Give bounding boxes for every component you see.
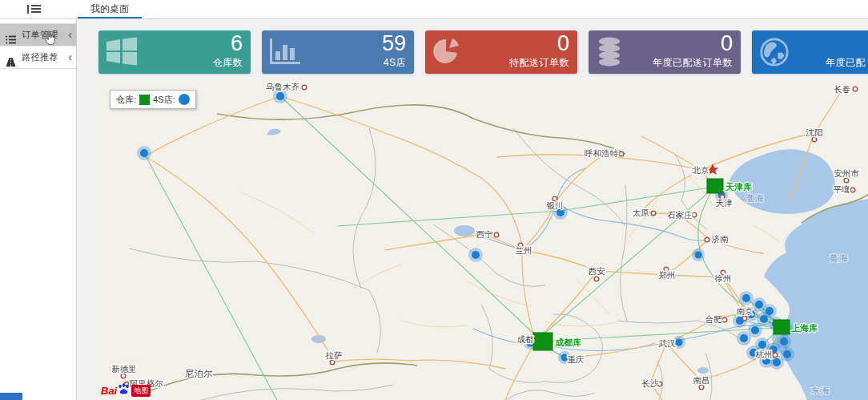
taskbar-fragment xyxy=(0,393,22,400)
warehouse-marker-tianjin[interactable] xyxy=(707,179,723,193)
road-icon xyxy=(6,53,16,75)
qinghai-lake xyxy=(454,225,475,236)
map-legend: 仓库: 4S店: xyxy=(110,90,196,109)
stat-label: 待配送订单数 xyxy=(509,56,569,70)
map-label-city: 长春 xyxy=(834,84,851,94)
stat-value: 6 xyxy=(231,31,243,55)
sidebar-item-label: 路径推荐 xyxy=(22,52,58,62)
map-label-city: 西安 xyxy=(589,266,606,276)
baidu-map-canvas[interactable]: 天津库 上海库 成都库 乌鲁木齐 呼和浩特 北京 xyxy=(97,80,868,400)
map-label-city: 长沙 xyxy=(642,378,660,388)
stat-card-annual-delivered: 0 年度已配送订单数 xyxy=(589,30,741,74)
sidebar-item-label: 订单管理 xyxy=(22,30,58,39)
baidu-map-text: 地图 xyxy=(131,385,151,397)
chevron-left-icon: ‹ xyxy=(68,24,72,46)
pie-chart-icon xyxy=(432,37,463,69)
map-label-city: 郑州 xyxy=(659,270,676,280)
stat-label: 年度已配 xyxy=(826,56,866,70)
map-label-city: 南昌 xyxy=(693,375,710,385)
map-label-sea: 渤海 xyxy=(745,193,765,203)
map-label-city: 石家庄 xyxy=(667,210,693,220)
map-label-sea: 东海 xyxy=(811,386,830,395)
warehouse-swatch-icon xyxy=(139,95,150,105)
map-label-city: 济南 xyxy=(712,234,729,244)
warehouse-marker-chengdu[interactable] xyxy=(533,333,553,350)
sidebar: 订单管理 ‹ 路径推荐 ‹ xyxy=(0,19,77,400)
map-label-sea: 黄海 xyxy=(830,253,849,263)
globe-icon xyxy=(759,37,790,71)
warehouse-label: 成都库 xyxy=(554,337,581,347)
stat-value: 59 xyxy=(382,31,406,55)
map-label-city: 乌鲁木齐 xyxy=(266,82,299,91)
stat-label: 仓库数 xyxy=(213,56,243,70)
map-label-city: 兰州 xyxy=(516,245,532,255)
baidu-logo[interactable]: Bai 地图 xyxy=(101,383,151,398)
windows-icon xyxy=(106,37,138,69)
top-bar: 我的桌面 xyxy=(0,0,868,19)
map-label-city: 徐州 xyxy=(714,273,732,283)
warehouse-label: 天津库 xyxy=(725,182,752,192)
map-label-city: 银川 xyxy=(546,200,564,210)
map-label-city: 太原 xyxy=(633,208,650,217)
map-label-city: 北京 xyxy=(692,165,710,175)
database-icon xyxy=(596,37,623,70)
sidebar-toggle-button[interactable] xyxy=(27,4,41,14)
bar-chart-icon xyxy=(269,37,301,69)
map-label-city: 呼和浩特 xyxy=(585,148,619,158)
map-label-city: 沈阳 xyxy=(806,127,823,137)
store-swatch-icon xyxy=(179,94,190,105)
stat-card-annual-partial: 年度已配 xyxy=(752,30,868,74)
stat-value: 0 xyxy=(721,31,733,55)
chevron-left-icon: ‹ xyxy=(68,46,72,68)
legend-store-label: 4S店: xyxy=(153,94,175,106)
map-label-city: 重庆 xyxy=(568,354,585,364)
stat-label: 年度已配送订单数 xyxy=(653,56,733,70)
stat-card-pending-orders: 0 待配送订单数 xyxy=(425,30,577,74)
map-graphics: 天津库 上海库 成都库 乌鲁木齐 呼和浩特 北京 xyxy=(97,80,868,400)
map-label-city: 天津 xyxy=(716,198,733,208)
stat-label: 4S店 xyxy=(384,56,406,70)
stat-value: 0 xyxy=(557,31,569,55)
map-label-city: 杭州 xyxy=(755,349,773,359)
map-label-city: 拉萨 xyxy=(326,350,344,360)
store-marker xyxy=(468,248,483,262)
warehouse-label: 上海库 xyxy=(790,323,818,333)
store-marker xyxy=(137,146,151,160)
baidu-paw-icon xyxy=(118,383,130,398)
tab-my-desktop[interactable]: 我的桌面 xyxy=(78,0,142,18)
map-label-foreign: 新德里 xyxy=(111,364,137,374)
sidebar-item-route-recommendation[interactable]: 路径推荐 ‹ xyxy=(0,46,76,69)
stat-card-warehouses: 6 仓库数 xyxy=(98,30,251,74)
map-label-foreign: 尼泊尔 xyxy=(185,369,213,378)
map-label-foreign: 平壤 xyxy=(834,184,850,194)
warehouse-marker-shanghai[interactable] xyxy=(774,320,790,334)
map-label-foreign: 安州市 xyxy=(834,168,859,178)
store-marker xyxy=(692,248,705,261)
poyang-lake xyxy=(697,367,709,374)
map-label-city: 武汉 xyxy=(659,338,677,348)
sidebar-item-order-management[interactable]: 订单管理 ‹ xyxy=(0,24,76,46)
map-label-city: 南京 xyxy=(737,306,754,316)
stat-card-4s-stores: 59 4S店 xyxy=(262,30,414,74)
map-label-city: 成都 xyxy=(517,334,535,344)
legend-warehouse-label: 仓库: xyxy=(116,94,136,106)
map-label-city: 合肥 xyxy=(705,314,723,324)
baidu-logo-text: Bai xyxy=(101,385,117,397)
map-label-city: 西宁 xyxy=(476,229,493,239)
